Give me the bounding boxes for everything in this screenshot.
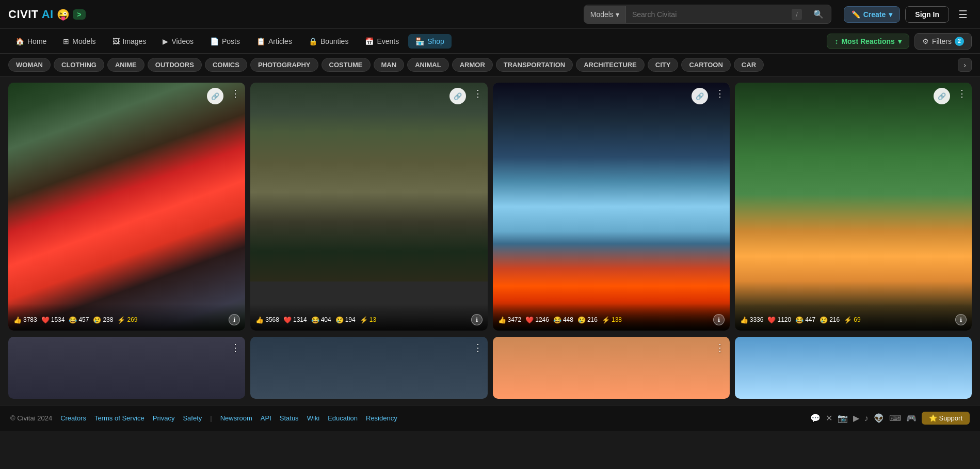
gallery-card-2[interactable]: ⋮ 🔗 👍 3568 ❤️ 1314 😂 404 😢 194 ⚡ 13 <box>250 83 487 331</box>
logo-ai: AI <box>42 8 54 21</box>
cat-woman[interactable]: WOMAN <box>8 58 51 72</box>
stat-hearts-2: ❤️ 1314 <box>283 316 307 324</box>
discord-icon[interactable]: 💬 <box>810 413 821 423</box>
card-menu-button-2[interactable]: ⋮ <box>473 88 483 99</box>
card-menu-button-7[interactable]: ⋮ <box>715 342 725 353</box>
cat-armor[interactable]: ARMOR <box>452 58 493 72</box>
cat-comics[interactable]: COMICS <box>205 58 247 72</box>
nav-label-articles: Articles <box>268 37 292 45</box>
nav-item-shop[interactable]: 🏪 Shop <box>408 34 452 49</box>
gallery-card-6[interactable]: ⋮ <box>250 337 487 399</box>
cat-car[interactable]: CAR <box>734 58 764 72</box>
card-link-button-1[interactable]: 🔗 <box>207 88 223 104</box>
footer-link-residency[interactable]: Residency <box>366 414 397 422</box>
logo-emoji: 😜 <box>57 8 70 21</box>
laugh-icon-1: 😂 <box>69 316 77 324</box>
card-link-button-4[interactable]: 🔗 <box>934 88 950 104</box>
nav-item-models[interactable]: ⊞ Models <box>56 34 103 49</box>
youtube-icon[interactable]: ▶ <box>853 413 859 423</box>
reddit-icon[interactable]: 👽 <box>874 413 884 423</box>
gallery-card-8[interactable] <box>735 337 972 399</box>
sad-icon-4: 😢 <box>820 316 828 324</box>
menu-button[interactable]: ☰ <box>954 6 972 23</box>
twitch-icon[interactable]: 🎮 <box>906 413 917 423</box>
card-link-button-2[interactable]: 🔗 <box>449 88 466 104</box>
footer-link-wiki[interactable]: Wiki <box>307 414 320 422</box>
footer-link-safety[interactable]: Safety <box>183 414 202 422</box>
cat-anime[interactable]: ANIME <box>107 58 144 72</box>
laugh-icon-2: 😂 <box>311 316 319 324</box>
create-button[interactable]: ✏️ Create ▾ <box>844 6 901 23</box>
cat-city[interactable]: CITY <box>648 58 679 72</box>
cat-costume[interactable]: COSTUME <box>322 58 371 72</box>
card-menu-button-5[interactable]: ⋮ <box>231 342 240 353</box>
nav-item-posts[interactable]: 📄 Posts <box>203 34 247 49</box>
footer-link-education[interactable]: Education <box>328 414 358 422</box>
signin-button[interactable]: Sign In <box>905 6 949 23</box>
cat-clothing[interactable]: CLOTHING <box>54 58 104 72</box>
create-label: Create <box>863 10 886 19</box>
card-image-1 <box>8 83 245 331</box>
bounties-icon: 🔒 <box>309 37 317 45</box>
cat-animal[interactable]: ANIMAL <box>407 58 449 72</box>
support-button[interactable]: ⭐ Support <box>922 412 970 425</box>
logo-arrow[interactable]: > <box>73 9 86 20</box>
stat-laugh-1: 😂 457 <box>69 316 89 324</box>
footer-link-newsroom[interactable]: Newsroom <box>220 414 252 422</box>
gallery-card-4[interactable]: ⋮ 🔗 👍 3336 ❤️ 1120 😂 447 😢 216 ⚡ 69 <box>735 83 972 331</box>
filter-button[interactable]: ⚙ Filters 2 <box>914 33 972 50</box>
cat-photography[interactable]: PHOTOGRAPHY <box>250 58 318 72</box>
card-menu-button-6[interactable]: ⋮ <box>473 342 483 353</box>
cat-cartoon[interactable]: CARTOON <box>681 58 730 72</box>
cat-transportation[interactable]: TRANSPORTATION <box>496 58 573 72</box>
search-button[interactable]: 🔍 <box>806 5 831 23</box>
tiktok-icon[interactable]: ♪ <box>864 414 869 423</box>
filter-badge: 2 <box>955 37 964 46</box>
model-filter-button[interactable]: Models ▾ <box>584 6 626 23</box>
card-menu-button-1[interactable]: ⋮ <box>231 88 240 99</box>
category-scroll-right[interactable]: › <box>958 58 972 72</box>
search-slash-icon: / <box>792 9 801 20</box>
footer-link-creators[interactable]: Creators <box>60 414 86 422</box>
lightning-count-1: 269 <box>127 316 137 323</box>
gallery-card-1[interactable]: ⋮ 🔗 👍 3783 ❤️ 1534 😂 457 😢 238 ⚡ 269 <box>8 83 245 331</box>
twitter-icon[interactable]: ✕ <box>826 413 832 423</box>
nav-item-videos[interactable]: ▶ Videos <box>155 34 201 49</box>
nav-item-images[interactable]: 🖼 Images <box>105 34 154 49</box>
card-menu-button-4[interactable]: ⋮ <box>957 88 967 99</box>
nav-label-images: Images <box>123 37 147 45</box>
instagram-icon[interactable]: 📷 <box>838 413 848 423</box>
cat-outdoors[interactable]: OUTDOORS <box>148 58 202 72</box>
nav-item-events[interactable]: 📅 Events <box>358 34 406 49</box>
card-stats-1: 👍 3783 ❤️ 1534 😂 457 😢 238 ⚡ 269 ℹ <box>8 304 245 331</box>
info-button-3[interactable]: ℹ <box>713 314 725 325</box>
cat-architecture[interactable]: ARCHITECTURE <box>576 58 645 72</box>
footer-link-tos[interactable]: Terms of Service <box>94 414 144 422</box>
category-bar: WOMAN CLOTHING ANIME OUTDOORS COMICS PHO… <box>0 54 980 76</box>
nav-item-bounties[interactable]: 🔒 Bounties <box>301 34 356 49</box>
stat-thumbs-2: 👍 3568 <box>255 316 279 324</box>
nav-item-home[interactable]: 🏠 Home <box>8 34 54 49</box>
cat-man[interactable]: MAN <box>374 58 405 72</box>
gallery-card-5[interactable]: ⋮ <box>8 337 245 399</box>
footer-link-api[interactable]: API <box>261 414 271 422</box>
info-button-2[interactable]: ℹ <box>471 314 483 325</box>
search-input[interactable] <box>626 6 792 23</box>
footer-link-privacy[interactable]: Privacy <box>153 414 175 422</box>
github-icon[interactable]: ⌨ <box>889 413 901 423</box>
filter-icon: ⚙ <box>922 37 929 45</box>
sort-button[interactable]: ↕ Most Reactions ▾ <box>827 34 909 49</box>
thumbs-icon-3: 👍 <box>498 316 506 324</box>
stat-sad-4: 😢 216 <box>820 316 840 324</box>
footer-link-status[interactable]: Status <box>280 414 299 422</box>
card-link-button-3[interactable]: 🔗 <box>692 88 708 104</box>
gallery-card-3[interactable]: ⋮ 🔗 👍 3472 ❤️ 1246 😂 448 😢 216 ⚡ 138 <box>493 83 730 331</box>
card-menu-button-3[interactable]: ⋮ <box>715 88 725 99</box>
gallery-card-7[interactable]: ⋮ <box>493 337 730 399</box>
nav-item-articles[interactable]: 📋 Articles <box>249 34 299 49</box>
info-button-1[interactable]: ℹ <box>229 314 240 325</box>
hearts-count-1: 1534 <box>51 316 65 323</box>
nav-label-posts: Posts <box>222 37 240 45</box>
info-button-4[interactable]: ℹ <box>955 314 967 325</box>
lightning-icon-3: ⚡ <box>602 316 610 324</box>
